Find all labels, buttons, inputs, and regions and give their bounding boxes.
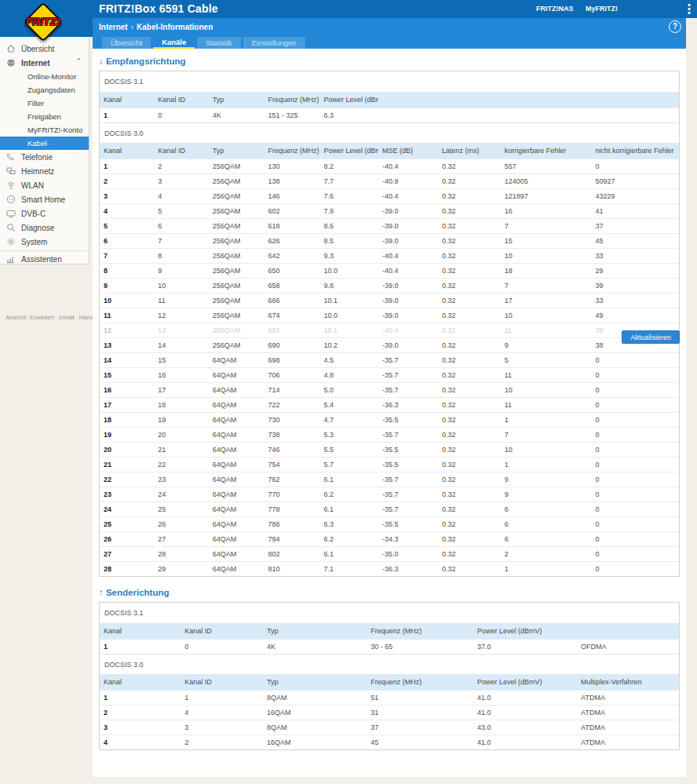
docsis30-download-table: KanalKanal IDTypFrequenz (MHz)Power Leve… <box>100 143 679 576</box>
logo-block: FRITZ! <box>0 0 93 37</box>
column-header: Kanal <box>100 143 154 159</box>
sidebar-item-telefonie[interactable]: Telefonie <box>0 150 89 164</box>
cell: 11 <box>100 308 154 323</box>
sidebar-item-wlan[interactable]: WLAN <box>0 178 89 192</box>
download-section-heading[interactable]: ↓ Empfangsrichtung <box>99 57 686 66</box>
sidebar-item-assistenten[interactable]: Assistenten <box>0 252 89 266</box>
sidebar-item-freigaben[interactable]: Freigaben <box>0 110 89 123</box>
cell: 9 <box>501 472 592 487</box>
sidebar-item-internet[interactable]: Internet ⌃ <box>0 56 89 70</box>
cell: 23 <box>154 472 208 487</box>
cell: -39.0 <box>378 308 438 323</box>
sidebar-item-system[interactable]: System <box>0 235 89 249</box>
cell: 10 <box>154 278 208 293</box>
docsis31-label: DOCSIS 3.1 <box>100 71 679 92</box>
tab-uebersicht[interactable]: Übersicht <box>102 37 151 49</box>
tab-kanaele[interactable]: Kanäle <box>153 37 195 49</box>
cell: 17 <box>501 293 592 308</box>
cell: 256QAM <box>209 218 265 233</box>
cell: 20 <box>154 427 208 442</box>
sidebar-item-kabel-informationen[interactable]: Kabel-Informationen <box>0 137 89 150</box>
cell: -35.5 <box>378 516 438 531</box>
cell: 0.32 <box>438 442 501 457</box>
sidebar-item-diagnose[interactable]: Diagnose <box>0 221 89 235</box>
cell: 706 <box>265 367 320 382</box>
fritznas-link[interactable]: FRITZ!NAS <box>536 5 574 13</box>
help-icon[interactable]: ? <box>669 20 681 33</box>
sidebar-item-dvbc[interactable]: DVB-C <box>0 206 89 221</box>
sidebar-item-filter[interactable]: Filter <box>0 97 89 110</box>
cell: 17 <box>100 397 154 412</box>
overflow-menu-icon[interactable]: ••• <box>684 3 694 16</box>
column-header: Kanal ID <box>154 92 208 108</box>
table-row: 252664QAM7866.3-35.50.3260 <box>100 516 679 531</box>
cell: 16 <box>154 367 208 382</box>
socket-icon <box>6 195 16 204</box>
cell: 256QAM <box>209 203 265 218</box>
cell: -35.0 <box>378 546 438 561</box>
cell: 6 <box>100 233 154 248</box>
cell: 6.2 <box>319 487 378 501</box>
cell: -35.5 <box>378 457 438 472</box>
column-header: Power Level (dBmV) <box>319 143 378 159</box>
cell: 10 <box>100 293 154 308</box>
table-row: 181964QAM7304.7-35.50.3210 <box>100 412 679 427</box>
phone-icon <box>6 152 16 162</box>
cell: 6.1 <box>319 472 378 487</box>
sidebar-item-zugangsdaten[interactable]: Zugangsdaten <box>0 83 89 97</box>
cell: 0.32 <box>438 173 501 188</box>
cell: 64QAM <box>209 501 265 516</box>
sidebar-item-heimnetz[interactable]: Heimnetz <box>0 164 89 178</box>
download-panel: DOCSIS 3.1 KanalKanal IDTypFrequenz (MHz… <box>99 71 680 577</box>
wifi-icon <box>6 181 16 190</box>
breadcrumb-section[interactable]: Internet <box>99 23 128 31</box>
cell: 12 <box>100 323 154 337</box>
cell: 2 <box>100 173 154 188</box>
sidebar-item-smart-home[interactable]: Smart Home <box>0 192 89 206</box>
cell: 7.6 <box>319 188 378 203</box>
table-row: 338QAM3743.0ATDMA <box>100 720 679 735</box>
cell: 0 <box>592 472 680 487</box>
sidebar-item-myfritz-konto[interactable]: MyFRITZ!-Konto <box>0 123 89 137</box>
cell: 16QAM <box>263 705 367 720</box>
cell: 4.7 <box>319 412 378 427</box>
cell: 7.7 <box>319 173 378 188</box>
cell: 64QAM <box>209 546 265 561</box>
cell: 0.32 <box>438 501 501 516</box>
footer-link-inhalt[interactable]: Inhalt <box>59 314 75 321</box>
footer-link-ansicht[interactable]: Ansicht: Erweitert <box>5 314 54 321</box>
cell: 11 <box>154 293 208 308</box>
tab-einstellungen[interactable]: Einstellungen <box>243 37 305 49</box>
cell: 1 <box>100 639 181 654</box>
bars-icon <box>6 254 16 264</box>
cell: 256QAM <box>209 337 265 352</box>
cell: 64QAM <box>209 397 265 412</box>
cell: 256QAM <box>209 293 265 308</box>
cell: -39.0 <box>378 337 438 352</box>
chevron-up-icon[interactable]: ⌃ <box>75 57 82 65</box>
cell: -35.7 <box>378 472 438 487</box>
sidebar-item-online-monitor[interactable]: Online-Monitor <box>0 70 89 83</box>
column-header <box>378 92 679 108</box>
cell: 7 <box>100 248 154 263</box>
cell: 5.3 <box>319 427 378 442</box>
cell: 0 <box>592 352 680 367</box>
header-row: KanalKanal IDTypFrequenz (MHz)Power Leve… <box>100 674 679 690</box>
myfritz-link[interactable]: MyFRITZ! <box>586 5 618 13</box>
sidebar-item-uebersicht[interactable]: Übersicht <box>0 42 89 56</box>
table-row: 78256QAM6429.3-40.40.321033 <box>100 248 679 263</box>
cell: 9 <box>100 278 154 293</box>
cell: 2 <box>154 159 208 173</box>
cell: 0.32 <box>438 278 501 293</box>
tab-statistik[interactable]: Statistik <box>197 37 240 49</box>
cell: 1 <box>181 690 263 705</box>
upload-section-heading[interactable]: ↑ Senderichtung <box>99 588 686 597</box>
cell: 4 <box>181 705 263 720</box>
cell: 0 <box>592 397 680 412</box>
refresh-button[interactable]: Aktualisieren <box>622 330 680 344</box>
table-row: 212264QAM7545.7-35.50.3210 <box>100 457 679 472</box>
cell: 256QAM <box>209 159 265 173</box>
magnifier-icon <box>6 223 16 232</box>
fritz-logo[interactable]: FRITZ! <box>12 16 75 27</box>
down-arrow-icon: ↓ <box>99 57 104 66</box>
